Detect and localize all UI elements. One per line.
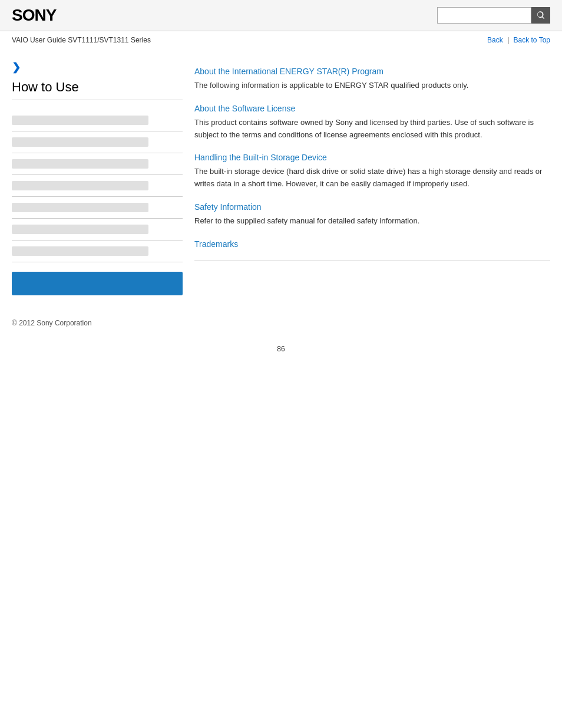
sidebar-link-row-3 [12,153,183,175]
page-number: 86 [0,339,562,359]
sidebar-link-7[interactable] [12,246,148,256]
sidebar-link-4[interactable] [12,181,148,190]
back-to-top-link[interactable]: Back to Top [514,36,550,44]
section-software-license: About the Software License This product … [194,104,550,141]
footer: © 2012 Sony Corporation [0,307,562,339]
content-area: About the International ENERGY STAR(R) P… [194,61,550,295]
sidebar-link-row-4 [12,175,183,197]
search-icon [536,11,546,20]
section-energy-star: About the International ENERGY STAR(R) P… [194,67,550,92]
sidebar-link-3[interactable] [12,159,148,169]
main-content: ❯ How to Use About the International ENE… [0,49,562,307]
heading-trademarks[interactable]: Trademarks [194,239,550,249]
content-divider [194,261,550,261]
body-energy-star: The following information is applicable … [194,80,550,92]
heading-storage-device[interactable]: Handling the Built-in Storage Device [194,153,550,162]
search-button[interactable] [531,7,550,24]
sidebar-link-row-2 [12,131,183,153]
nav-links: Back | Back to Top [487,36,550,44]
sidebar-link-1[interactable] [12,116,148,125]
search-input[interactable] [437,7,531,24]
sidebar: ❯ How to Use [12,61,183,295]
heading-safety-information[interactable]: Safety Information [194,202,550,212]
search-container [437,7,550,24]
page-header: SONY [0,0,562,31]
section-trademarks: Trademarks [194,239,550,249]
back-link[interactable]: Back [487,36,503,44]
sidebar-link-5[interactable] [12,203,148,212]
breadcrumb-arrow: ❯ [12,61,183,74]
sidebar-link-row-1 [12,110,183,131]
copyright: © 2012 Sony Corporation [12,319,92,327]
sidebar-link-2[interactable] [12,137,148,147]
nav-separator: | [507,36,511,44]
section-storage-device: Handling the Built-in Storage Device The… [194,153,550,190]
heading-software-license[interactable]: About the Software License [194,104,550,113]
subheader: VAIO User Guide SVT1111/SVT1311 Series B… [0,31,562,49]
body-software-license: This product contains software owned by … [194,117,550,141]
sidebar-blue-bar [12,272,183,295]
sidebar-link-row-5 [12,197,183,219]
guide-title: VAIO User Guide SVT1111/SVT1311 Series [12,36,151,44]
heading-energy-star[interactable]: About the International ENERGY STAR(R) P… [194,67,550,76]
sidebar-link-6[interactable] [12,225,148,234]
section-safety-information: Safety Information Refer to the supplied… [194,202,550,228]
section-title: How to Use [12,80,183,100]
body-storage-device: The built-in storage device (hard disk d… [194,166,550,190]
sidebar-link-row-6 [12,219,183,241]
sony-logo: SONY [12,6,56,25]
body-safety-information: Refer to the supplied safety manual for … [194,215,550,228]
sidebar-link-row-7 [12,241,183,262]
